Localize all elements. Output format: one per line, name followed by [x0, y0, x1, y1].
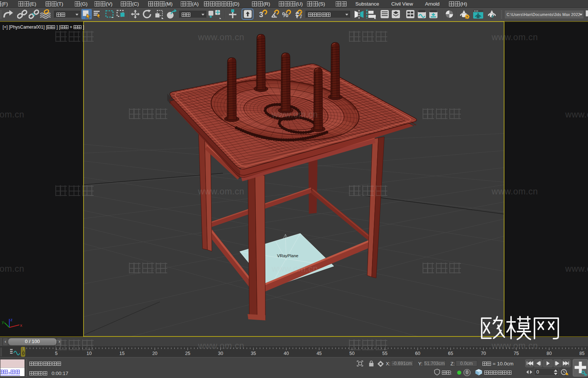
svg-text:%: %: [282, 11, 288, 19]
svg-text:25: 25: [185, 351, 190, 356]
svg-text:z: z: [10, 317, 13, 322]
svg-text:40: 40: [284, 351, 289, 356]
svg-text:75: 75: [514, 351, 519, 356]
svg-text:VRayPlane: VRayPlane: [277, 253, 298, 258]
svg-text:45: 45: [317, 351, 322, 356]
svg-text:30: 30: [218, 351, 223, 356]
svg-text:65: 65: [448, 351, 453, 356]
svg-text:55: 55: [382, 351, 387, 356]
svg-text:85: 85: [579, 351, 585, 356]
svg-text:10: 10: [87, 351, 92, 356]
svg-text:70: 70: [481, 351, 486, 356]
svg-text:y: y: [2, 320, 4, 324]
svg-text:35: 35: [251, 351, 256, 356]
svg-text:5: 5: [55, 351, 58, 356]
svg-text:0: 0: [22, 351, 25, 356]
svg-text:60: 60: [415, 351, 420, 356]
svg-text:15: 15: [119, 351, 125, 356]
svg-text:50: 50: [349, 351, 355, 356]
svg-text:80: 80: [546, 351, 552, 356]
svg-text:20: 20: [152, 351, 158, 356]
svg-text:x: x: [20, 323, 22, 327]
